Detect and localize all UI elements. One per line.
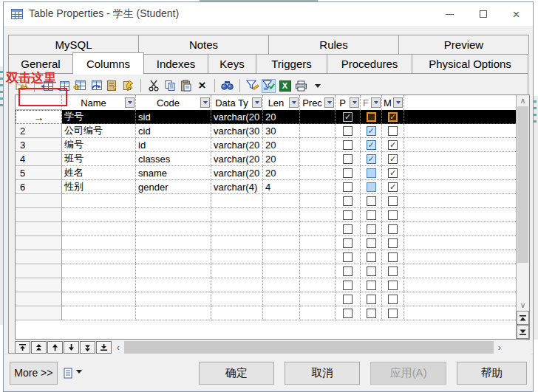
checkbox[interactable] xyxy=(388,252,398,262)
scroll-left-icon[interactable]: ‹ xyxy=(112,341,124,354)
grid-checkbox-cell[interactable] xyxy=(382,194,404,208)
grid-cell[interactable]: cid xyxy=(136,124,211,138)
grid-cell[interactable]: varchar(30 xyxy=(211,124,263,138)
grid-checkbox-cell[interactable] xyxy=(382,236,404,250)
checkbox[interactable] xyxy=(367,295,376,304)
tab-physical-options[interactable]: Physical Options xyxy=(412,54,528,74)
add-columns-icon[interactable] xyxy=(72,79,86,93)
grid-cell[interactable] xyxy=(136,236,211,250)
grid-checkbox-cell[interactable] xyxy=(382,222,404,236)
grid-cell[interactable] xyxy=(300,292,336,306)
grid-checkbox-cell[interactable] xyxy=(382,250,404,264)
checkbox[interactable] xyxy=(343,196,353,206)
grid-cell[interactable] xyxy=(62,292,136,306)
grid-checkbox-cell[interactable] xyxy=(382,208,404,222)
column-header-name[interactable]: Name xyxy=(62,95,136,110)
grid-cell[interactable] xyxy=(300,264,336,278)
grid-checkbox-cell[interactable] xyxy=(361,180,382,194)
paste-icon[interactable] xyxy=(179,79,193,93)
checkbox[interactable] xyxy=(343,140,353,150)
grid-cell[interactable] xyxy=(300,250,336,264)
tab-procedures[interactable]: Procedures xyxy=(327,54,412,74)
grid-checkbox-cell[interactable] xyxy=(336,138,361,152)
filter-dropdown-data-ty[interactable] xyxy=(252,97,262,108)
grid-cell[interactable]: 公司编号 xyxy=(62,124,136,138)
checkbox[interactable] xyxy=(367,281,376,290)
checkbox[interactable] xyxy=(388,182,398,192)
grid-cell[interactable]: 班号 xyxy=(62,152,136,166)
column-header-data-ty[interactable]: Data Ty xyxy=(211,95,263,110)
grid-cell[interactable] xyxy=(211,236,263,250)
grid-cell[interactable] xyxy=(211,250,263,264)
checkbox[interactable] xyxy=(388,309,398,318)
checkbox[interactable] xyxy=(343,238,353,248)
customize-filter-icon[interactable] xyxy=(245,79,259,93)
vertical-scrollbar[interactable]: ∧ ∨ xyxy=(516,95,529,339)
grid-checkbox-cell[interactable] xyxy=(382,166,404,180)
grid-cell[interactable] xyxy=(62,278,136,292)
row-header[interactable] xyxy=(16,222,62,236)
report-dropdown-caret[interactable] xyxy=(76,370,82,376)
row-header[interactable] xyxy=(16,278,62,292)
more-button[interactable]: More >> xyxy=(10,362,58,385)
grid-cell[interactable] xyxy=(300,110,336,124)
grid-checkbox-cell[interactable] xyxy=(336,194,361,208)
scroll-to-top-button[interactable] xyxy=(517,311,529,325)
grid-checkbox-cell[interactable] xyxy=(361,138,382,152)
filter-dropdown-name[interactable] xyxy=(125,97,134,108)
grid-cell[interactable] xyxy=(62,208,136,222)
report-menu[interactable] xyxy=(64,368,82,379)
grid-checkbox-cell[interactable] xyxy=(361,166,382,180)
grid-cell[interactable] xyxy=(136,264,211,278)
checkbox[interactable] xyxy=(343,126,353,136)
row-header[interactable] xyxy=(16,306,62,320)
table-row[interactable] xyxy=(16,250,516,264)
grid-cell[interactable] xyxy=(62,194,136,208)
row-header[interactable] xyxy=(16,292,62,306)
checkbox[interactable] xyxy=(388,295,398,304)
checkbox[interactable] xyxy=(388,140,398,150)
grid-checkbox-cell[interactable] xyxy=(361,250,382,264)
tab-mysql[interactable]: MySQL xyxy=(8,35,139,54)
export-excel-icon[interactable]: X xyxy=(278,79,292,93)
grid-cell[interactable]: 姓名 xyxy=(62,166,136,180)
checkbox[interactable] xyxy=(388,112,398,122)
grid-cell[interactable]: varchar(4) xyxy=(211,180,263,194)
grid-cell[interactable] xyxy=(211,278,263,292)
checkbox[interactable] xyxy=(343,252,353,262)
find-icon[interactable] xyxy=(220,79,234,93)
grid-cell[interactable] xyxy=(263,194,300,208)
grid-checkbox-cell[interactable] xyxy=(336,292,361,306)
checkbox[interactable] xyxy=(388,196,398,206)
grid-checkbox-cell[interactable] xyxy=(361,194,382,208)
checkbox[interactable] xyxy=(343,295,353,304)
help-button[interactable]: 帮助 xyxy=(457,362,527,385)
column-header-code[interactable]: Code xyxy=(136,95,211,110)
row-header[interactable]: 5 xyxy=(16,166,62,180)
column-header-f[interactable]: F xyxy=(361,95,382,110)
grid-checkbox-cell[interactable] xyxy=(361,306,382,320)
checkbox[interactable] xyxy=(388,267,398,276)
grid-cell[interactable]: 20 xyxy=(263,166,300,180)
grid-cell[interactable] xyxy=(300,306,336,320)
row-header[interactable] xyxy=(16,264,62,278)
tab-rules[interactable]: Rules xyxy=(268,35,399,54)
grid-cell[interactable]: id xyxy=(136,138,211,152)
close-button[interactable]: × xyxy=(500,2,533,26)
grid-cell[interactable]: varchar(20 xyxy=(211,166,263,180)
scroll-to-bottom-button[interactable] xyxy=(517,325,529,339)
horizontal-scrollbar-track[interactable] xyxy=(124,341,494,354)
grid-cell[interactable] xyxy=(136,208,211,222)
table-row[interactable]: →学号sidvarchar(2020 xyxy=(16,110,516,124)
grid-cell[interactable] xyxy=(211,194,263,208)
grid-checkbox-cell[interactable] xyxy=(361,292,382,306)
tab-columns[interactable]: Columns xyxy=(72,52,144,75)
row-header[interactable] xyxy=(16,194,62,208)
grid-cell[interactable]: 编号 xyxy=(62,138,136,152)
grid-cell[interactable] xyxy=(62,250,136,264)
checkbox[interactable] xyxy=(343,112,353,122)
row-header[interactable]: 3 xyxy=(16,138,62,152)
row-header[interactable] xyxy=(16,236,62,250)
current-row-indicator[interactable]: → xyxy=(16,110,62,124)
grid-cell[interactable] xyxy=(300,152,336,166)
